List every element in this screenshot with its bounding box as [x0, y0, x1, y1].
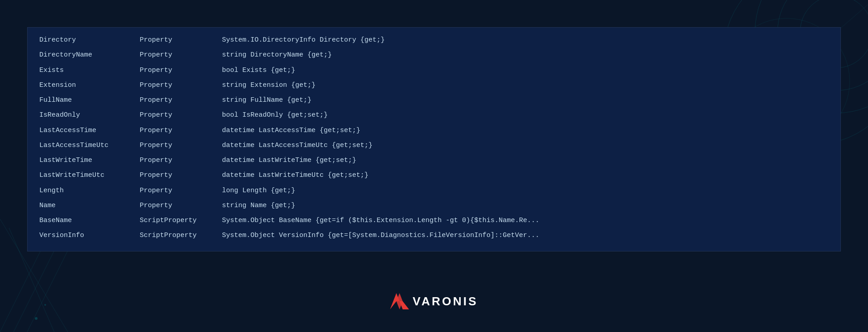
- table-row: VersionInfoScriptPropertySystem.Object V…: [39, 228, 539, 242]
- property-definition: string FullName {get;}: [222, 93, 539, 107]
- property-type: Property: [140, 33, 221, 47]
- property-definition: System.IO.DirectoryInfo Directory {get;}: [222, 33, 539, 47]
- table-row: NamePropertystring Name {get;}: [39, 199, 539, 213]
- property-definition: System.Object BaseName {get=if ($this.Ex…: [222, 213, 539, 228]
- property-name: Directory: [39, 33, 139, 47]
- table-row: ExistsPropertybool Exists {get;}: [39, 63, 539, 77]
- terminal-panel: DirectoryPropertySystem.IO.DirectoryInfo…: [27, 27, 841, 251]
- table-row: DirectoryNamePropertystring DirectoryNam…: [39, 48, 539, 62]
- property-definition: string Name {get;}: [222, 199, 539, 213]
- property-name: BaseName: [39, 213, 139, 228]
- property-name: FullName: [39, 93, 139, 107]
- property-type: Property: [140, 108, 221, 122]
- property-type: ScriptProperty: [140, 228, 221, 242]
- property-definition: datetime LastWriteTime {get;set;}: [222, 153, 539, 167]
- property-type: Property: [140, 78, 221, 92]
- table-row: IsReadOnlyPropertybool IsReadOnly {get;s…: [39, 108, 539, 122]
- property-name: LastWriteTime: [39, 153, 139, 167]
- property-type: Property: [140, 63, 221, 77]
- property-type: Property: [140, 168, 221, 182]
- table-row: LengthPropertylong Length {get;}: [39, 184, 539, 198]
- property-definition: System.Object VersionInfo {get=[System.D…: [222, 228, 539, 242]
- property-name: Name: [39, 199, 139, 213]
- property-definition: long Length {get;}: [222, 184, 539, 198]
- property-name: LastAccessTime: [39, 123, 139, 138]
- property-name: Length: [39, 184, 139, 198]
- property-definition: datetime LastAccessTimeUtc {get;set;}: [222, 138, 539, 152]
- table-row: LastAccessTimeUtcPropertydatetime LastAc…: [39, 138, 539, 152]
- property-type: Property: [140, 199, 221, 213]
- property-type: Property: [140, 184, 221, 198]
- table-row: ExtensionPropertystring Extension {get;}: [39, 78, 539, 92]
- varonis-logo-text: VARONIS: [413, 294, 478, 308]
- property-definition: datetime LastAccessTime {get;set;}: [222, 123, 539, 138]
- table-row: LastWriteTimePropertydatetime LastWriteT…: [39, 153, 539, 167]
- property-name: Extension: [39, 78, 139, 92]
- property-name: IsReadOnly: [39, 108, 139, 122]
- properties-table: DirectoryPropertySystem.IO.DirectoryInfo…: [38, 32, 540, 244]
- table-row: BaseNameScriptPropertySystem.Object Base…: [39, 213, 539, 228]
- property-name: Exists: [39, 63, 139, 77]
- svg-point-5: [35, 317, 38, 320]
- property-type: Property: [140, 138, 221, 152]
- property-definition: datetime LastWriteTimeUtc {get;set;}: [222, 168, 539, 182]
- property-definition: bool Exists {get;}: [222, 63, 539, 77]
- varonis-logo-icon: [390, 293, 409, 309]
- property-name: VersionInfo: [39, 228, 139, 242]
- table-row: LastWriteTimeUtcPropertydatetime LastWri…: [39, 168, 539, 182]
- property-type: Property: [140, 93, 221, 107]
- property-type: Property: [140, 123, 221, 138]
- property-name: LastWriteTimeUtc: [39, 168, 139, 182]
- property-name: LastAccessTimeUtc: [39, 138, 139, 152]
- property-definition: bool IsReadOnly {get;set;}: [222, 108, 539, 122]
- property-type: ScriptProperty: [140, 213, 221, 228]
- property-name: DirectoryName: [39, 48, 139, 62]
- terminal-content: DirectoryPropertySystem.IO.DirectoryInfo…: [28, 28, 840, 251]
- varonis-logo: VARONIS: [390, 293, 478, 309]
- table-row: DirectoryPropertySystem.IO.DirectoryInfo…: [39, 33, 539, 47]
- table-row: LastAccessTimePropertydatetime LastAcces…: [39, 123, 539, 138]
- property-definition: string Extension {get;}: [222, 78, 539, 92]
- property-type: Property: [140, 48, 221, 62]
- svg-point-6: [44, 304, 46, 306]
- table-row: FullNamePropertystring FullName {get;}: [39, 93, 539, 107]
- property-definition: string DirectoryName {get;}: [222, 48, 539, 62]
- property-type: Property: [140, 153, 221, 167]
